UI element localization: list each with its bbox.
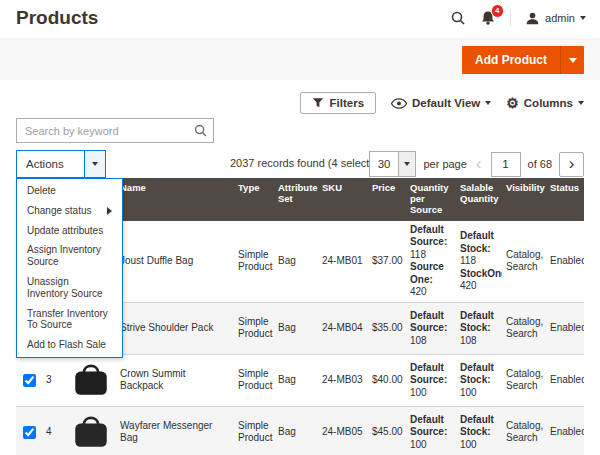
add-product-label: Add Product xyxy=(462,46,560,74)
keyword-search xyxy=(16,118,214,143)
actions-menu-item[interactable]: Unassign Inventory Source xyxy=(17,272,122,304)
column-header[interactable]: Quantity per Source xyxy=(406,178,456,221)
cell-status: Enabled xyxy=(546,406,584,455)
cell-attribute-set: Bag xyxy=(274,354,318,406)
cell-sku: 24-MB01 xyxy=(318,221,368,303)
cell-sku: 24-MB03 xyxy=(318,354,368,406)
current-page-input[interactable] xyxy=(491,152,521,177)
search-icon xyxy=(193,123,208,138)
cell-quantity-per-source: Default Source: 100 xyxy=(406,354,456,406)
actions-menu: DeleteChange statusUpdate attributesAssi… xyxy=(16,178,123,358)
actions-menu-item[interactable]: Transfer Inventory To Source xyxy=(17,304,122,336)
chevron-down-icon xyxy=(404,162,410,166)
actions-menu-item[interactable]: Update attributes xyxy=(17,221,122,241)
cell-salable-quantity: Default Stock: 108 xyxy=(456,302,502,354)
submenu-arrow-icon xyxy=(107,207,112,215)
cell-thumbnail xyxy=(66,406,116,455)
cell-price: $35.00 xyxy=(368,302,406,354)
cell-name: Wayfarer Messenger Bag xyxy=(116,406,234,455)
cell-quantity-per-source: Default Source: 100 xyxy=(406,406,456,455)
column-header[interactable]: SKU xyxy=(318,178,368,221)
admin-user-label: admin xyxy=(545,12,575,24)
actions-menu-item-label: Unassign Inventory Source xyxy=(27,276,112,300)
cell-type: Simple Product xyxy=(234,221,274,303)
row-checkbox[interactable] xyxy=(23,374,36,387)
user-icon xyxy=(525,11,540,26)
gear-icon: ⚙ xyxy=(506,96,519,110)
per-page-label: per page xyxy=(423,158,466,170)
actions-dropdown-arrow[interactable] xyxy=(84,151,105,177)
row-checkbox[interactable] xyxy=(23,426,36,439)
per-page-selector[interactable]: 30 xyxy=(369,151,417,177)
per-page-arrow[interactable] xyxy=(398,152,415,176)
filter-funnel-icon xyxy=(312,97,324,109)
actions-dropdown[interactable]: Actions xyxy=(16,150,106,178)
column-header[interactable]: Price xyxy=(368,178,406,221)
table-row[interactable]: 4 Wayfarer Messenger Bag Simple Product … xyxy=(16,406,584,455)
cell-type: Simple Product xyxy=(234,302,274,354)
actions-menu-item[interactable]: Delete xyxy=(17,181,122,201)
filters-button[interactable]: Filters xyxy=(300,92,377,114)
column-header[interactable]: Status xyxy=(546,178,584,221)
cell-status: Enabled xyxy=(546,302,584,354)
cell-sku: 24-MB04 xyxy=(318,302,368,354)
cell-visibility: Catalog, Search xyxy=(502,354,546,406)
cell-select xyxy=(16,354,42,406)
cell-id: 4 xyxy=(42,406,66,455)
admin-user-menu[interactable]: admin xyxy=(525,11,586,26)
actions-menu-item-label: Change status xyxy=(27,205,92,217)
column-header[interactable]: Salable Quantity xyxy=(456,178,502,221)
next-page-button[interactable]: › xyxy=(559,152,584,177)
column-header[interactable]: Attribute Set xyxy=(274,178,318,221)
actions-menu-item-label: Delete xyxy=(27,185,56,197)
actions-menu-item[interactable]: Add to Flash Sale xyxy=(17,335,122,355)
cell-salable-quantity: Default Stock: 100 xyxy=(456,354,502,406)
table-row[interactable]: 3 Crown Summit Backpack Simple Product B… xyxy=(16,354,584,406)
page-header: Products 4 admin xyxy=(0,0,600,38)
product-thumbnail-icon xyxy=(70,411,112,453)
products-page: Products 4 admin xyxy=(0,0,600,455)
header-controls: 4 admin xyxy=(450,10,586,26)
cell-thumbnail xyxy=(66,354,116,406)
cell-status: Enabled xyxy=(546,221,584,303)
cell-quantity-per-source: Default Source: 118Source One: 420 xyxy=(406,221,456,303)
column-header[interactable]: Type xyxy=(234,178,274,221)
add-product-dropdown-toggle[interactable] xyxy=(560,46,584,74)
cell-price: $45.00 xyxy=(368,406,406,455)
column-header[interactable]: Visibility xyxy=(502,178,546,221)
cell-quantity-per-source: Default Source: 108 xyxy=(406,302,456,354)
actions-menu-item[interactable]: Assign Inventory Source xyxy=(17,240,122,272)
columns-selector[interactable]: ⚙ Columns xyxy=(506,96,584,110)
search-input[interactable] xyxy=(16,118,214,143)
pagination-controls: 30 per page ‹ of 68 › xyxy=(369,150,584,178)
action-band: Add Product xyxy=(0,38,600,80)
column-header[interactable]: Name xyxy=(116,178,234,221)
filters-label: Filters xyxy=(330,97,365,109)
cell-type: Simple Product xyxy=(234,406,274,455)
default-view-selector[interactable]: Default View xyxy=(391,97,491,109)
view-toolbar: Filters Default View ⚙ Columns xyxy=(300,92,584,114)
chevron-down-icon xyxy=(92,162,98,166)
cell-price: $37.00 xyxy=(368,221,406,303)
cell-visibility: Catalog, Search xyxy=(502,221,546,303)
notification-badge: 4 xyxy=(491,4,504,18)
previous-page-button[interactable]: ‹ xyxy=(474,154,484,174)
records-count: 2037 records found (4 selected) xyxy=(230,157,385,169)
chevron-down-icon xyxy=(580,16,586,20)
cell-attribute-set: Bag xyxy=(274,406,318,455)
cell-type: Simple Product xyxy=(234,354,274,406)
global-search-icon[interactable] xyxy=(450,10,466,26)
default-view-label: Default View xyxy=(412,97,480,109)
header-divider xyxy=(510,10,511,26)
search-submit-icon[interactable] xyxy=(193,123,208,142)
cell-salable-quantity: Default Stock: 118StockOne: 420 xyxy=(456,221,502,303)
product-thumbnail-icon xyxy=(70,359,112,401)
chevron-down-icon xyxy=(569,58,577,63)
actions-menu-item[interactable]: Change status xyxy=(17,201,122,221)
actions-menu-item-label: Assign Inventory Source xyxy=(27,244,112,268)
cell-attribute-set: Bag xyxy=(274,221,318,303)
notifications-button[interactable]: 4 xyxy=(480,10,496,26)
add-product-button[interactable]: Add Product xyxy=(462,46,584,74)
eye-icon xyxy=(391,98,407,109)
chevron-down-icon xyxy=(578,101,584,105)
